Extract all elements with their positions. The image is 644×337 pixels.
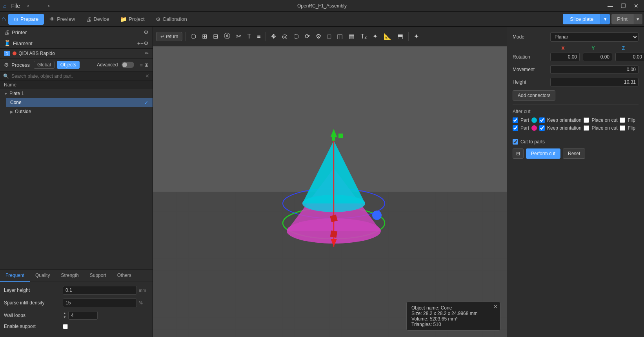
restore-btn[interactable]: ❐ [619,2,628,10]
filament-remove-btn[interactable]: − [140,40,144,46]
place-on-cut-cyan-checkbox[interactable] [584,117,589,123]
viewport[interactable]: ✕ Object name: Cone Size: 28.2 x 28.2 x … [153,46,507,337]
main-layout: 🖨 Printer ⚙ 🧵 Filament + − ⚙ 1 QIDI ABS … [0,27,644,337]
enable-support-checkbox[interactable] [63,324,68,329]
layers-btn[interactable]: ⊟ [211,31,220,42]
info-triangles: Triangles: 510 [411,322,495,327]
rotation-z-input[interactable] [615,53,644,61]
redo-btn[interactable]: ⟶ [40,2,52,10]
tab-others[interactable]: Others [112,270,137,282]
tab-calibration[interactable]: ⚙ Calibration [150,14,193,25]
process-list-icon-btn[interactable]: ≡ [140,62,143,68]
tab-support[interactable]: Support [84,270,112,282]
svg-rect-12 [332,133,335,141]
process-global-tab[interactable]: Global [34,61,55,69]
printer-gear-btn[interactable]: ⚙ [144,29,149,35]
plate-arrow-icon: ▼ [4,92,8,96]
slice-dropdown-btn[interactable]: ▾ [600,14,610,24]
search-clear-btn[interactable]: ✕ [145,73,149,79]
tab-preview[interactable]: 👁 Preview [44,14,80,25]
select-btn[interactable]: ✥ [269,31,278,42]
layer-height-input[interactable] [63,286,137,295]
print-btn-group: Print ▾ [611,14,642,24]
transform-btn[interactable]: T₂ [358,31,369,42]
tab-quality[interactable]: Quality [30,270,55,282]
rotation-y-input[interactable] [583,53,612,61]
search-icon: 🔍 [3,73,9,79]
list-btn[interactable]: ≡ [255,31,263,42]
settings3-btn[interactable]: ⚙ [313,31,324,42]
icon-btn[interactable]: ⊟ [513,148,524,159]
axis-headers: X Y Z [548,46,639,51]
sparse-infill-input[interactable] [63,299,137,307]
cone-check-icon: ✓ [144,99,149,106]
rotate3d-btn[interactable]: ⟳ [302,31,312,42]
tab-frequent[interactable]: Frequent [0,270,30,282]
print-btn[interactable]: Print [611,14,633,24]
keep-orientation-cyan-checkbox[interactable] [539,117,545,123]
process-grid-icon-btn[interactable]: ⊞ [144,62,149,68]
paint-btn[interactable]: ◎ [280,31,290,42]
tree-plate[interactable]: ▼ Plate 1 [0,89,153,98]
return-btn[interactable]: ↩ return [156,32,182,41]
wall-loops-stepper: ▲ ▼ [63,311,67,319]
file-menu-btn[interactable]: File [9,2,22,10]
flatten-btn[interactable]: ⬒ [395,31,406,42]
wall-loops-up-btn[interactable]: ▲ [63,311,67,315]
filament-add-btn[interactable]: + [137,40,140,46]
undo-btn[interactable]: ⟵ [25,2,37,10]
view-cube-btn[interactable]: ⬡ [188,31,198,42]
minimize-btn[interactable]: — [605,2,615,10]
close-btn[interactable]: ✕ [631,2,641,10]
window-title: OpenRC_F1_Assembly [297,3,347,9]
cut-to-parts-checkbox[interactable] [513,139,518,145]
grid-view-btn[interactable]: ⊞ [200,31,209,42]
tree-outside[interactable]: ▶ Outside [6,107,153,116]
lasso-btn[interactable]: ⬡ [291,31,301,42]
print-dropdown-btn[interactable]: ▾ [633,14,642,24]
object-tree: ▼ Plate 1 Cone ✓ ▶ Outside [0,89,153,269]
perform-cut-btn[interactable]: Perform cut [526,148,560,159]
toolbar-sep-2 [266,32,266,41]
keep-orientation-magenta-checkbox[interactable] [539,125,545,131]
filament-gear-btn[interactable]: ⚙ [144,40,149,46]
height-input[interactable] [550,78,639,86]
process-objects-tab[interactable]: Objects [57,61,80,69]
stack-btn[interactable]: ▤ [346,31,357,42]
info-close-btn[interactable]: ✕ [493,304,498,310]
slice-plate-btn[interactable]: Slice plate [563,14,600,24]
advanced-toggle[interactable] [122,62,134,68]
rotation-x-input[interactable] [550,53,580,61]
flip-magenta-checkbox[interactable] [620,125,625,131]
keep-orientation-cyan-label: Keep orientation [547,117,581,123]
tab-prepare[interactable]: ⊙ Prepare [8,14,44,25]
device-tab-label: Device [93,16,109,22]
flip-cyan-checkbox[interactable] [620,117,625,123]
process-label: Process [11,62,30,68]
mode-select[interactable]: Planar [550,32,639,42]
search-input[interactable] [11,73,145,79]
brush2-btn[interactable]: ✦ [370,31,380,42]
movement-input[interactable] [550,65,639,74]
wall-loops-input[interactable] [68,311,98,320]
tab-device[interactable]: 🖨 Device [80,14,115,25]
ruler-btn[interactable]: 📐 [381,31,394,42]
part-cyan-checkbox[interactable] [513,117,518,123]
part-magenta-checkbox[interactable] [513,125,518,131]
place-on-cut-magenta-checkbox[interactable] [584,125,589,131]
auto-btn[interactable]: Ⓐ [222,30,233,42]
add-connectors-btn[interactable]: Add connectors [513,90,555,101]
wall-loops-down-btn[interactable]: ▼ [63,315,67,319]
svg-rect-13 [338,134,343,138]
tree-cone[interactable]: Cone ✓ [6,98,153,107]
box-btn[interactable]: □ [325,31,333,42]
cut-btn[interactable]: ✂ [234,31,244,42]
tab-strength[interactable]: Strength [55,270,84,282]
text-btn[interactable]: T [245,31,253,42]
cursor-btn[interactable]: ✦ [411,31,421,42]
reset-btn[interactable]: Reset [563,148,585,159]
filament-edit-btn[interactable]: ✏ [145,51,149,56]
tab-project[interactable]: 📁 Project [115,14,150,25]
box2-btn[interactable]: ◫ [335,31,345,42]
place-on-cut-magenta-label: Place on cut [591,125,617,131]
